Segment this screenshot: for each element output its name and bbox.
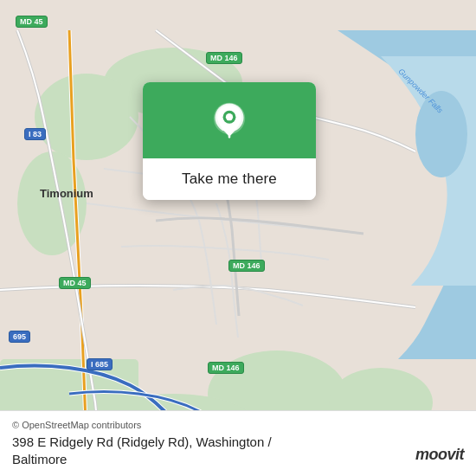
osm-attribution: © OpenStreetMap contributors	[12, 420, 464, 430]
md45-top-label: MD 45	[16, 16, 48, 28]
moovit-logo: moovit	[415, 446, 464, 464]
take-me-there-button[interactable]: Take me there	[143, 158, 316, 200]
md146-top-label: MD 146	[206, 52, 242, 64]
svg-point-13	[226, 113, 233, 120]
location-pin-icon	[209, 101, 250, 143]
md146-mid-label: MD 146	[228, 260, 265, 272]
svg-point-1	[415, 91, 467, 177]
md146-bot-label: MD 146	[208, 362, 244, 374]
location-title: 398 E Ridgely Rd (Ridgely Rd), Washingto…	[12, 434, 464, 467]
i695-label: 695	[9, 331, 30, 343]
map-container: Timonium Gunpowder Falls MD 45 MD 146 I …	[0, 0, 476, 476]
i685-label: I 685	[87, 358, 113, 370]
i83-label: I 83	[24, 128, 46, 140]
md45-mid-label: MD 45	[59, 277, 91, 289]
moovit-text: moovit	[415, 446, 464, 464]
timonium-label: Timonium	[40, 187, 93, 200]
bottom-info-bar: © OpenStreetMap contributors 398 E Ridge…	[0, 410, 476, 476]
popup-pin-area	[143, 82, 316, 158]
location-popup: Take me there	[143, 82, 316, 200]
